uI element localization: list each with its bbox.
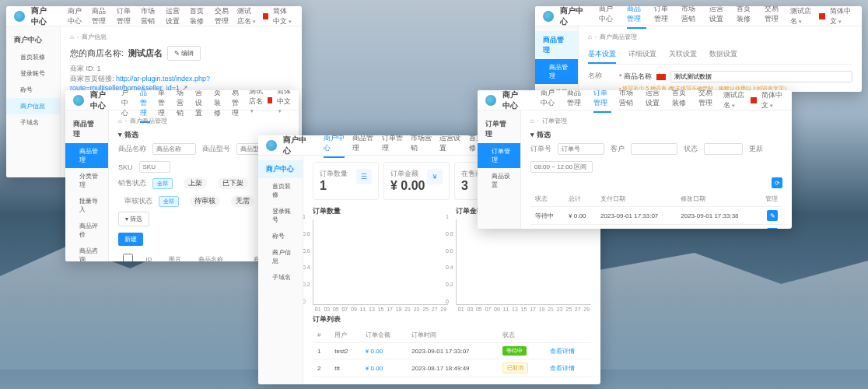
sidebar-root[interactable]: 商品管理 [535, 31, 578, 59]
nav-order[interactable]: 订单管理 [654, 6, 674, 29]
tag-onsale[interactable]: 上架 [184, 177, 207, 189]
sidebar-root[interactable]: 商品管理 [65, 115, 108, 143]
lang-dropdown[interactable]: 简体中文 [761, 90, 784, 110]
refresh-button[interactable]: ⟳ [772, 177, 782, 188]
nav-trade[interactable]: 交易管理 [765, 6, 784, 29]
nav-operation[interactable]: 运营设置 [166, 6, 182, 26]
sidebar-item-title[interactable]: 称号 [258, 228, 303, 244]
f-name-input[interactable] [152, 143, 196, 155]
sidebar-item-subdomain[interactable]: 子域名 [6, 114, 60, 131]
home-icon[interactable] [530, 117, 534, 124]
f-sku-input[interactable] [139, 161, 170, 173]
view-link[interactable]: 查看详情 [550, 365, 575, 372]
nav-order[interactable]: 订单管理 [593, 90, 612, 113]
sidebar-item-product[interactable]: 商品管理 [65, 143, 108, 168]
sidebar-title[interactable]: 商户中心 [258, 160, 303, 178]
sidebar-item-homepage[interactable]: 首页装修 [258, 178, 303, 203]
tag-pending[interactable]: 待审核 [190, 195, 220, 207]
sidebar-item-consult[interactable]: 商品咨询 [65, 243, 108, 261]
nav-page[interactable]: 首页装修 [190, 6, 206, 26]
nav-operation[interactable]: 运营设置 [646, 90, 664, 113]
sidebar-item-import[interactable]: 批量导入 [65, 193, 108, 218]
order-list-title: 订单列表 [313, 314, 591, 324]
store-dropdown[interactable]: 测试店名 [723, 90, 746, 110]
nav-user-center[interactable]: 商户中心 [68, 6, 84, 26]
sidebar-item-subdomain[interactable]: 子域名 [258, 269, 303, 286]
sidebar-item-merchant-info[interactable]: 商户信息 [258, 244, 303, 269]
nav-trade[interactable]: 交易管理 [698, 90, 717, 113]
sidebar-item-login[interactable]: 登录账号 [258, 203, 303, 228]
window-order-list: 商户中心 商户中心 商品管理 订单管理 市场营销 运营设置 首页装修 交易管理 … [478, 90, 792, 229]
chart-title: 订单数量 [313, 206, 448, 216]
url-label: 商家首页链接: [70, 75, 114, 82]
nav-user-center[interactable]: 商户中心 [324, 135, 345, 158]
tab-data[interactable]: 数据设置 [709, 46, 737, 64]
nav-marketing[interactable]: 市场营销 [681, 6, 701, 29]
nav-marketing[interactable]: 市场营销 [619, 90, 638, 113]
add-button[interactable]: 新建 [118, 233, 143, 246]
view-link[interactable]: 查看详情 [550, 348, 575, 355]
f-user-input[interactable] [631, 143, 677, 155]
f-orderno-input[interactable] [558, 143, 604, 155]
tag-all2[interactable]: 全部 [159, 196, 179, 207]
sidebar-item-product-setting[interactable]: 商品设置 [478, 168, 520, 193]
table-row[interactable]: 2 ttt ¥ 0.00 2023-08-17 18:49:49 已取消 查看详… [313, 359, 591, 377]
select-all-checkbox[interactable] [123, 254, 133, 261]
edit-button[interactable]: ✎ 编辑 [167, 46, 201, 61]
sidebar-item-review[interactable]: 商品评价 [65, 218, 108, 243]
nav-operation[interactable]: 运营设置 [709, 6, 729, 29]
nav-order[interactable]: 订单管理 [117, 6, 133, 26]
col-updatetime: 修改日期 [676, 191, 756, 207]
nav-marketing[interactable]: 市场营销 [141, 6, 157, 26]
nav-trade[interactable]: 交易管理 [215, 6, 231, 26]
tab-detail[interactable]: 详细设置 [628, 46, 656, 64]
home-icon[interactable] [118, 117, 122, 124]
sidebar-item-order[interactable]: 订单管理 [478, 143, 520, 168]
tab-basic[interactable]: 基本设置 [588, 46, 616, 64]
tag-none[interactable]: 无需 [231, 195, 254, 207]
sidebar-item-homepage[interactable]: 首页装修 [6, 49, 60, 65]
nav-product[interactable]: 商品管理 [627, 6, 646, 29]
tag-offsale[interactable]: 已下架 [218, 177, 248, 189]
nav-marketing[interactable]: 市场营销 [411, 135, 432, 158]
f-date-input[interactable] [530, 161, 593, 173]
table-row[interactable]: 已取消 ¥ 0.00 2023-08-17 18:49:49 2023-08-1… [530, 225, 782, 230]
nav-product[interactable]: 商品管理 [92, 6, 108, 26]
crumb: 商户商品管理 [130, 117, 167, 125]
brand: 商户中心 [560, 6, 583, 27]
store-dropdown[interactable]: 测试店名 [237, 6, 258, 26]
nav-page[interactable]: 首页装修 [672, 90, 691, 113]
sidebar-item-product[interactable]: 商品管理 [535, 59, 578, 84]
table-row[interactable]: 1 test2 ¥ 0.00 2023-09-01 17:33:07 等待中 查… [313, 343, 591, 359]
sidebar-root[interactable]: 订单管理 [478, 115, 520, 143]
nav-user-center[interactable]: 商户中心 [541, 90, 559, 113]
status-badge: 已取消 [502, 363, 528, 373]
product-name-input[interactable] [670, 71, 852, 82]
home-icon[interactable] [588, 33, 592, 40]
tag-all[interactable]: 全部 [152, 178, 173, 189]
logo-icon [266, 140, 277, 151]
store-dropdown[interactable]: 测试店名 [790, 6, 814, 26]
filter-button[interactable]: ▾ 筛选 [118, 212, 149, 226]
nav-order[interactable]: 订单管理 [382, 135, 403, 158]
nav-user-center[interactable]: 商户中心 [599, 6, 618, 29]
nav-product[interactable]: 商品管理 [352, 135, 373, 158]
sidebar-item-login[interactable]: 登录账号 [6, 65, 60, 82]
edit-row-button[interactable]: ✎ [767, 228, 778, 229]
edit-row-button[interactable]: ✎ [767, 210, 778, 221]
home-icon[interactable] [70, 33, 74, 40]
f-status-input[interactable] [704, 143, 743, 155]
sidebar-item-title[interactable]: 称号 [6, 82, 60, 98]
nav-page[interactable]: 首页装修 [737, 6, 756, 29]
filter-caption[interactable]: ▾ 筛选 [530, 130, 782, 140]
lang-dropdown[interactable]: 简体中文 [830, 6, 854, 26]
sidebar-item-merchant-info[interactable]: 商户信息 [6, 98, 60, 114]
table-row[interactable]: 等待中 ¥ 0.00 2023-09-01 17:33:07 2023-09-0… [530, 207, 782, 225]
lang-dropdown[interactable]: 简体中文 [273, 6, 294, 26]
nav-operation[interactable]: 运营设置 [439, 135, 460, 158]
f-status-label: 审核状态 [124, 196, 152, 206]
nav-product[interactable]: 商品管理 [567, 90, 586, 113]
tab-relation[interactable]: 关联设置 [669, 46, 697, 64]
sidebar-item-category[interactable]: 分类管理 [65, 168, 108, 193]
col-amount: 总计 [564, 191, 596, 207]
